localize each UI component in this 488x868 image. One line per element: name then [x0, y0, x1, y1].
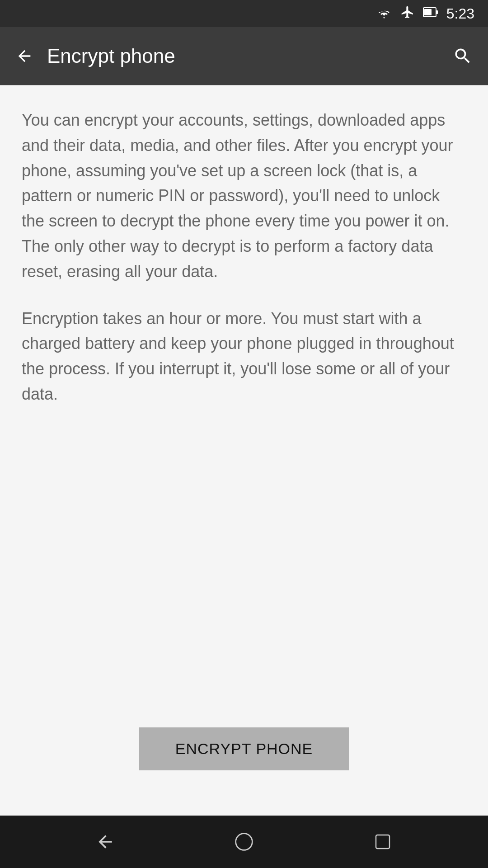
- encrypt-button-container: ENCRYPT PHONE: [22, 727, 466, 797]
- battery-icon: [423, 6, 438, 22]
- content-area: You can encrypt your accounts, settings,…: [0, 86, 488, 816]
- svg-rect-2: [436, 10, 438, 14]
- nav-home-button[interactable]: [226, 824, 262, 860]
- search-button[interactable]: [448, 42, 477, 71]
- wifi-icon: [376, 6, 392, 22]
- content-text-area: You can encrypt your accounts, settings,…: [22, 108, 466, 407]
- nav-back-button[interactable]: [87, 824, 123, 860]
- svg-rect-4: [376, 835, 389, 849]
- status-time: 5:23: [446, 5, 474, 22]
- back-button[interactable]: [11, 42, 38, 70]
- nav-recents-button[interactable]: [365, 824, 401, 860]
- status-bar: 5:23: [0, 0, 488, 27]
- status-icons: 5:23: [376, 5, 474, 23]
- svg-point-3: [236, 834, 253, 850]
- page-title: Encrypt phone: [47, 45, 175, 67]
- svg-rect-1: [424, 9, 432, 15]
- nav-bar: [0, 816, 488, 868]
- app-bar: Encrypt phone: [0, 27, 488, 85]
- encrypt-phone-button[interactable]: ENCRYPT PHONE: [139, 727, 349, 770]
- airplane-icon: [400, 5, 415, 23]
- app-bar-left: Encrypt phone: [11, 42, 175, 70]
- paragraph-1: You can encrypt your accounts, settings,…: [22, 108, 466, 284]
- paragraph-2: Encryption takes an hour or more. You mu…: [22, 306, 466, 407]
